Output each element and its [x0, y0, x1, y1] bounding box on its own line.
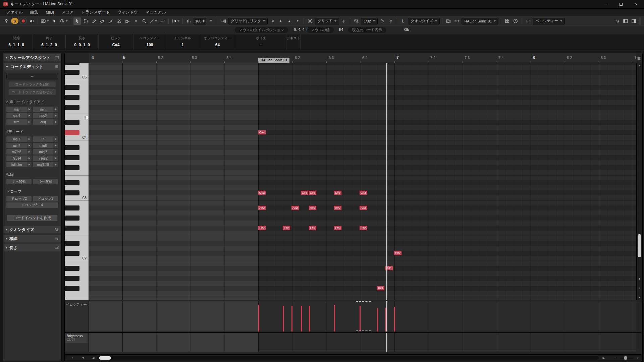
piano-key-black[interactable]: [65, 286, 79, 291]
controller-lane-header[interactable]: Brightness CC 74: [65, 333, 89, 352]
chord-apply-arrow-icon[interactable]: [53, 162, 58, 167]
horizontal-scrollbar-thumb[interactable]: [99, 356, 111, 360]
piano-key-white[interactable]: [65, 296, 89, 300]
independent-loop-icon[interactable]: [59, 17, 68, 25]
midi-note-C#4[interactable]: C#4: [258, 130, 266, 135]
chord-type-button[interactable]: min6: [33, 143, 58, 148]
velocity-bar[interactable]: [334, 305, 335, 331]
midi-note-F#2[interactable]: F#2: [359, 226, 367, 230]
zoom-slider-track[interactable]: [620, 358, 634, 359]
setup-toolbar-icon[interactable]: [630, 17, 638, 25]
piano-key-black[interactable]: [65, 251, 79, 256]
info-field-value[interactable]: 6. 1. 2. 0: [41, 43, 57, 47]
menu-item[interactable]: 編集: [26, 8, 42, 16]
timeline-ruler[interactable]: HALion Sonic 01 455.25.35.46.26.36.477.2…: [89, 53, 636, 63]
chord-apply-arrow-icon[interactable]: [53, 113, 58, 118]
lane-menu-button[interactable]: ▼: [80, 355, 86, 361]
iterative-quantize-icon[interactable]: %: [379, 17, 386, 25]
piano-key-black[interactable]: [65, 95, 79, 100]
chord-apply-arrow-icon[interactable]: [27, 119, 32, 125]
midi-note-F#2[interactable]: F#2: [258, 226, 266, 230]
piano-key-black[interactable]: [65, 85, 79, 90]
add-chord-track-button[interactable]: コードトラックを追加: [9, 81, 56, 87]
nudge-right-button[interactable]: ▶: [277, 17, 284, 25]
length-quantize-dropdown[interactable]: クオンタイズ: [408, 18, 440, 24]
info-field-value[interactable]: 1: [181, 43, 184, 47]
zoom-in-button[interactable]: +: [637, 286, 642, 291]
create-chord-event-button[interactable]: コードイベントを作成: [7, 215, 57, 221]
record-midi-button[interactable]: [19, 18, 27, 24]
maximize-button[interactable]: [613, 0, 629, 8]
piano-key-black[interactable]: [65, 70, 79, 75]
piano-key-white[interactable]: [65, 281, 89, 286]
info-field-value[interactable]: 6. 1. 1. 0: [8, 43, 24, 47]
piano-key-white[interactable]: [65, 236, 89, 241]
piano-key-black[interactable]: [65, 226, 79, 231]
velocity-bar[interactable]: [309, 305, 310, 331]
menu-item[interactable]: MIDI: [42, 9, 58, 16]
piano-key-black[interactable]: [65, 190, 79, 195]
ruler-options-button[interactable]: [636, 53, 642, 63]
velocity-menu-button[interactable]: [207, 17, 215, 25]
info-field[interactable]: オフベロシティー 64: [199, 34, 236, 50]
vertical-scrollbar[interactable]: ▲ ● + ▼: [636, 63, 642, 300]
velocity-bar[interactable]: [291, 305, 293, 331]
chord-apply-arrow-icon[interactable]: [53, 149, 58, 155]
chord-type-button[interactable]: aug: [33, 119, 58, 125]
info-field[interactable]: 開始 6. 1. 1. 0: [0, 34, 33, 50]
chord-type-button[interactable]: maj7/#5: [33, 162, 58, 167]
length-quantize-icon[interactable]: L: [399, 17, 407, 25]
zoom-out-button[interactable]: −: [612, 355, 618, 361]
piano-key-white[interactable]: [65, 90, 89, 95]
solo-editor-button[interactable]: S: [11, 18, 18, 24]
zoom-slider-thumb[interactable]: [624, 356, 627, 360]
grid-link-dropdown[interactable]: グリッドにリンク: [228, 18, 268, 24]
external-editor-icon[interactable]: [613, 17, 621, 25]
chord-apply-arrow-icon[interactable]: [27, 149, 32, 155]
midi-note-C#3[interactable]: C#3: [301, 190, 309, 195]
insert-velocity-value[interactable]: 100: [194, 18, 206, 24]
piano-key-black[interactable]: [65, 180, 79, 185]
glue-tool[interactable]: [124, 17, 131, 25]
chord-type-button[interactable]: full dim: [6, 162, 32, 167]
event-colors-dropdown[interactable]: ベロシティー: [533, 18, 565, 24]
controller-lane-area[interactable]: [89, 333, 636, 352]
acoustic-feedback-icon[interactable]: [28, 17, 35, 25]
piano-key-white[interactable]: [65, 80, 89, 85]
move-down-button[interactable]: ▼: [294, 17, 301, 25]
scroll-left-arrow[interactable]: ◀: [90, 355, 96, 361]
piano-key-white[interactable]: [65, 221, 89, 226]
grid-minus-plus-icon[interactable]: -|+: [340, 17, 347, 25]
drop-2-4-button[interactable]: ドロップ2 + 4: [6, 202, 58, 208]
piano-key-black[interactable]: [65, 205, 79, 210]
piano-key-white[interactable]: [65, 246, 89, 251]
piano-keyboard[interactable]: C5C4C3C2: [65, 63, 89, 300]
velocity-lane-header[interactable]: ベロシティー: [65, 301, 89, 331]
object-select-tool[interactable]: [73, 17, 81, 25]
velocity-stepper[interactable]: [203, 19, 205, 22]
chord-apply-arrow-icon[interactable]: [53, 119, 58, 125]
note-grid[interactable]: C#4C#3C#3C#3C#3C#3A#2A#2A#2A#2A#2F#2F#2F…: [89, 63, 636, 300]
menu-item[interactable]: ファイル: [3, 8, 26, 16]
section-quantize[interactable]: クオンタイズ: [4, 226, 61, 233]
piano-key-highlighted[interactable]: [65, 130, 79, 135]
midi-note-C#3[interactable]: C#3: [334, 190, 342, 195]
piano-key-white[interactable]: [65, 175, 89, 180]
info-field-value[interactable]: 64: [215, 43, 220, 47]
chord-type-button[interactable]: maj: [6, 107, 32, 112]
info-field[interactable]: ベロシティー 100: [133, 34, 166, 50]
line-tool[interactable]: [149, 17, 158, 25]
menu-item[interactable]: トランスポート: [77, 8, 114, 16]
piano-key-white[interactable]: [65, 140, 89, 145]
midi-note-A#2[interactable]: A#2: [359, 205, 367, 210]
piano-key-black[interactable]: [65, 216, 79, 221]
chord-type-button[interactable]: m7/b5: [6, 149, 32, 155]
erase-tool[interactable]: [99, 17, 106, 25]
chord-type-button[interactable]: maj7: [6, 136, 32, 142]
chord-apply-arrow-icon[interactable]: [27, 113, 32, 118]
left-zone-toggle-icon[interactable]: [622, 17, 629, 25]
chord-apply-arrow-icon[interactable]: [27, 143, 32, 148]
piano-key-black[interactable]: [65, 155, 79, 160]
velocity-bar[interactable]: [282, 305, 284, 331]
midi-note-F#2[interactable]: F#2: [334, 226, 342, 230]
